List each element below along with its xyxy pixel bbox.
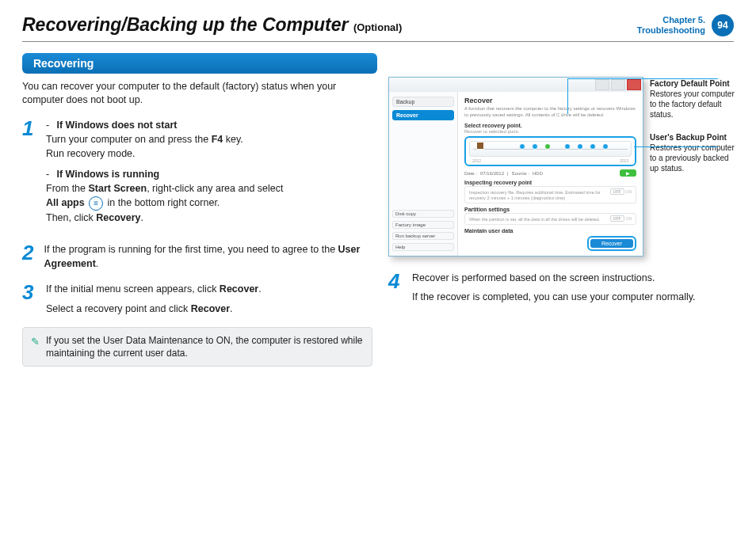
sec-partition: Partition settings xyxy=(464,207,636,212)
sec-select-sub: Recover to selected point. xyxy=(464,129,636,134)
sidebar-item-backup[interactable]: Backup xyxy=(392,97,454,107)
all-apps-icon: ≡ xyxy=(89,196,103,211)
step-number: 3 xyxy=(22,282,38,315)
inspect-line: Inspection recovery file. Requires addit… xyxy=(469,190,601,200)
note-icon: ✎ xyxy=(31,335,40,359)
page-number-badge: 94 xyxy=(712,14,734,36)
step1a-key: F4 xyxy=(212,134,223,145)
source-value: HDD xyxy=(533,171,543,176)
sec-userdata: Maintain user data xyxy=(464,228,636,234)
partition-toggle[interactable]: OFFON xyxy=(610,216,632,221)
recovery-timeline[interactable] xyxy=(469,141,632,157)
callout-connector-1 xyxy=(567,78,718,120)
step1a-line1-post: key. xyxy=(223,134,242,145)
step-number: 1 xyxy=(22,118,38,231)
backup-pin-icon[interactable] xyxy=(589,143,595,153)
step-3: 3 If the initial menu screen appears, cl… xyxy=(22,282,371,315)
inspect-toggle[interactable]: OFFON xyxy=(610,189,632,194)
backup-pin-icon[interactable] xyxy=(518,143,525,153)
step1b-l3-b: Recovery xyxy=(96,212,140,223)
step1b-l1-mid: , right-click any area and select xyxy=(147,183,283,194)
recover-button[interactable]: Recover xyxy=(590,239,633,248)
timeline-highlight: 2012 2013 xyxy=(464,136,636,166)
recover-button-highlight: Recover xyxy=(587,236,636,251)
chapter-block: Chapter 5. Troubleshooting 94 xyxy=(637,14,734,36)
note-box: ✎ If you set the User Data Maintenance t… xyxy=(22,327,372,367)
step-2: 2 If the program is running for the firs… xyxy=(22,242,371,271)
step-number: 2 xyxy=(22,242,36,271)
step1b-title: If Windows is running xyxy=(56,169,159,180)
timeline-year-a: 2012 xyxy=(472,158,481,163)
go-button[interactable]: ▶ xyxy=(620,169,636,177)
step4-l2: If the recover is completed, you can use… xyxy=(412,290,696,304)
header-rule xyxy=(22,41,734,42)
title-optional: (Optional) xyxy=(353,21,402,33)
note-text: If you set the User Data Maintenance to … xyxy=(46,334,364,359)
step-1: 1 - If Windows does not start Turn your … xyxy=(22,118,371,231)
factory-point-icon[interactable] xyxy=(476,142,483,151)
backup-pin-icon[interactable] xyxy=(563,143,570,153)
inspect-panel: OFFON Inspection recovery file. Requires… xyxy=(464,186,636,203)
step1a-line2: Run recovery mode. xyxy=(46,148,136,159)
step3-l2-pre: Select a recovery point and click xyxy=(46,303,191,314)
source-label: Source : xyxy=(512,171,529,176)
sidebar-item-factory[interactable]: Factory image xyxy=(392,221,454,229)
step3-l2-b: Recover xyxy=(191,303,230,314)
step1b-l3-post: . xyxy=(141,212,143,223)
partition-line: When the partition is set, all the data … xyxy=(469,217,600,222)
callout-backup-title: User's Backup Point xyxy=(650,132,735,143)
step1b-l3-pre: Then, click xyxy=(46,212,96,223)
backup-pin-icon[interactable] xyxy=(601,143,608,153)
sidebar-item-diskcopy[interactable]: Disk copy xyxy=(392,210,454,218)
left-column: Recovering You can recover your computer… xyxy=(22,53,371,367)
right-column: Backup Recover Disk copy Factory image R… xyxy=(388,53,735,367)
step3-l1-b: Recover xyxy=(220,283,258,295)
step1b-l1-b1: Start Screen xyxy=(89,183,147,194)
step1b-l2-b: All apps xyxy=(46,197,85,208)
chapter-text: Chapter 5. Troubleshooting xyxy=(637,15,705,36)
step2-pre: If the program is running for the first … xyxy=(44,244,338,255)
step1a-line1-pre: Turn your computer on and press the xyxy=(46,134,212,145)
page-title: Recovering/Backing up the Computer (Opti… xyxy=(22,14,402,36)
backup-pin-icon[interactable] xyxy=(576,143,582,153)
intro-text: You can recover your computer to the def… xyxy=(22,80,355,107)
section-header: Recovering xyxy=(22,53,377,74)
chapter-line2: Troubleshooting xyxy=(637,25,705,36)
step3-l1-post: . xyxy=(258,283,261,295)
step-4: 4 Recover is performed based on the scre… xyxy=(388,271,735,304)
sec-select-point: Select recovery point. xyxy=(464,123,636,128)
page-header: Recovering/Backing up the Computer (Opti… xyxy=(0,0,756,41)
sidebar-item-runbackup[interactable]: Run backup server xyxy=(392,232,454,240)
step4-l1: Recover is performed based on the screen… xyxy=(412,271,696,285)
chapter-line1: Chapter 5. xyxy=(637,15,705,25)
step-number: 4 xyxy=(388,271,404,304)
step1b-l2-post: in the bottom right corner. xyxy=(108,197,220,208)
backup-pin-icon[interactable] xyxy=(531,143,537,153)
backup-pin-selected-icon[interactable] xyxy=(544,143,550,153)
sec-inspect: Inspecting recovery point xyxy=(464,180,636,185)
callout-backup: User's Backup Point Restores your comput… xyxy=(650,132,735,173)
step1a-title: If Windows does not start xyxy=(56,120,177,131)
timeline-year-b: 2013 xyxy=(620,158,628,163)
title-main: Recovering/Backing up the Computer xyxy=(22,14,349,35)
sidebar-item-recover[interactable]: Recover xyxy=(392,110,454,120)
step2-post: . xyxy=(96,258,98,269)
step3-l1-pre: If the initial menu screen appears, clic… xyxy=(46,283,220,295)
partition-panel: OFFON When the partition is set, all the… xyxy=(464,213,636,225)
app-sidebar: Backup Recover Disk copy Factory image R… xyxy=(389,92,458,256)
date-label: Date : xyxy=(464,171,477,176)
step3-l2-post: . xyxy=(230,303,232,314)
step1b-l1-pre: From the xyxy=(46,183,89,194)
callout-connector-2 xyxy=(634,146,718,147)
sidebar-item-help[interactable]: Help xyxy=(392,243,454,251)
date-value: 07/16/2012 xyxy=(480,171,504,176)
